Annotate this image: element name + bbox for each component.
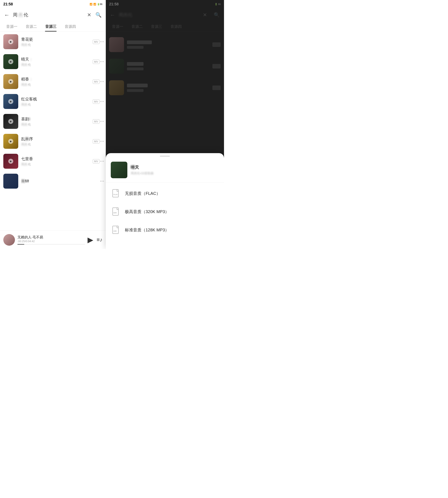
song-item-2[interactable]: ▶ 晴天： 周杰伦 MV (0, 52, 106, 72)
song-item-5[interactable]: ▶ 喜剧I 周杰伦 MV (0, 111, 106, 131)
more-button-4[interactable] (100, 101, 104, 102)
song-actions-3: MV (93, 80, 103, 84)
blurred-artist-2 (127, 67, 144, 70)
blurred-mv-1 (212, 42, 221, 47)
song-thumb-7: ▶ (3, 154, 18, 169)
blurred-artist-1 (127, 46, 144, 49)
song-info-5: 喜剧I 周杰伦 (21, 116, 90, 127)
play-overlay-3: ▶ (8, 79, 13, 84)
artist-blur-7: 周杰 (21, 163, 27, 166)
more-button-5[interactable] (100, 121, 104, 122)
song-info-3: 稻香： 周杰伦 (21, 77, 90, 87)
play-overlay-7: ▶ (8, 159, 13, 164)
more-button-8[interactable] (100, 181, 104, 182)
artist-blur-1: 周杰 (21, 43, 27, 47)
artist-blur-5: 周杰 (21, 123, 27, 127)
blurred-info-3 (127, 84, 209, 92)
song-name-1: 青花瓷 (21, 37, 90, 42)
more-button-3[interactable] (100, 81, 104, 82)
sheet-song-detail: 周杰伦·03首歌曲 (131, 171, 154, 175)
mv-badge-6[interactable]: MV (93, 139, 100, 144)
quality-flac[interactable]: FLAC 无损音质（FLAC） (106, 184, 224, 202)
player-progress-bar[interactable] (17, 244, 85, 245)
left-panel: 21:58 📶 📶 🔋86 ← 周杰伦 ✕ 🔍 音源一 音源二 音源三 音源四 … (0, 0, 106, 249)
blurred-thumb-3 (109, 80, 124, 95)
player-song-title: 无赖的人·毛不易 (17, 235, 85, 240)
flac-icon: FLAC (112, 189, 121, 198)
song-info-6: 乱舞序 周杰伦 (21, 136, 90, 147)
sheet-song-name: 晴天 (131, 165, 154, 170)
title-blur: 杰 (18, 12, 23, 18)
bottom-sheet: 晴天 周杰伦·03首歌曲 FLAC (106, 153, 224, 249)
svg-text:128K: 128K (113, 230, 117, 232)
song-thumb-2: ▶ (3, 54, 18, 69)
song-item-6[interactable]: ▶ 乱舞序 周杰伦 MV (0, 131, 106, 151)
song-name-2: 晴天： (21, 57, 90, 62)
more-button-6[interactable] (100, 141, 104, 142)
song-item-8[interactable]: 闹钟 (0, 171, 106, 191)
tab-source-3[interactable]: 音源三 (41, 22, 61, 32)
song-thumb-8 (3, 174, 18, 189)
artist-blur-2: 周杰 (21, 63, 27, 67)
tab-source-4[interactable]: 音源四 (61, 22, 80, 32)
quality-320k[interactable]: 320K 极高音质（320K MP3） (106, 202, 224, 221)
song-thumb-3: ▶ (3, 74, 18, 89)
player-bar: 无赖的人·毛不易 ·00:25/0:04:42 ▶ ≡♪ (0, 230, 106, 249)
close-icon[interactable]: ✕ (87, 12, 91, 18)
song-info-8: 闹钟 (21, 179, 99, 184)
song-actions-1: MV (93, 40, 103, 44)
song-item-7[interactable]: ▶ 七里香 周杰伦 MV (0, 151, 106, 171)
song-item-3[interactable]: ▶ 稻香： 周杰伦 MV (0, 72, 106, 92)
artist-blur-6: 周杰 (21, 143, 27, 147)
song-list: ▶ 青花瓷 周杰伦 MV ▶ 晴天： 周 (0, 32, 106, 249)
blurred-mv-3 (212, 85, 221, 90)
search-icon[interactable]: 🔍 (96, 12, 102, 18)
right-panel: 21:58 🔋 86 ← 周杰伦 ✕ 🔍 音源一 音源二 音源三 音源四 (106, 0, 224, 249)
play-pause-button[interactable]: ▶ (88, 235, 93, 244)
mv-badge-7[interactable]: MV (93, 159, 100, 164)
mv-badge-1[interactable]: MV (93, 40, 100, 44)
song-name-5: 喜剧I (21, 116, 90, 122)
more-button-7[interactable] (100, 161, 104, 162)
quality-options: FLAC 无损音质（FLAC） 320K 极高音质（320K MP3） (106, 183, 224, 241)
signal-icon: 📶 (90, 3, 93, 6)
song-artist-4: 周杰伦 (21, 103, 90, 107)
tab-source-1[interactable]: 音源一 (2, 22, 22, 32)
status-time-right: 21:58 (109, 2, 119, 6)
song-artist-5: 周杰伦 (21, 123, 90, 127)
quality-128k[interactable]: 128K 标准音质（128K MP3） (106, 221, 224, 239)
mv-badge-4[interactable]: MV (93, 100, 100, 104)
more-button-2[interactable] (100, 61, 104, 62)
blurred-name-1 (127, 40, 152, 44)
mv-badge-2[interactable]: MV (93, 60, 100, 64)
sheet-handle (160, 156, 170, 157)
back-button[interactable]: ← (4, 12, 10, 18)
tabs-row-right: 音源一 音源二 音源三 音源四 (106, 22, 224, 32)
song-actions-7: MV (93, 159, 103, 164)
queue-button[interactable]: ≡♪ (97, 236, 102, 243)
tab-right-4: 音源四 (166, 22, 186, 32)
tab-source-2[interactable]: 音源二 (22, 22, 41, 32)
sheet-song-info: 晴天 周杰伦·03首歌曲 (106, 158, 224, 183)
blurred-actions-1 (212, 42, 221, 47)
svg-text:320K: 320K (113, 212, 117, 214)
blurred-item-3 (109, 77, 221, 99)
song-item-4[interactable]: ▶ 红尘客栈 周杰伦 MV (0, 92, 106, 111)
song-item-1[interactable]: ▶ 青花瓷 周杰伦 MV (0, 32, 106, 52)
battery-right: 🔋 86 (215, 3, 221, 5)
status-bar-left: 21:58 📶 📶 🔋86 (0, 0, 106, 8)
more-button-1[interactable] (100, 41, 104, 42)
search-right: 🔍 (214, 12, 220, 18)
mv-badge-3[interactable]: MV (93, 80, 100, 84)
play-overlay-5: ▶ (8, 119, 13, 124)
player-time: ·00:25/0:04:42 (17, 240, 85, 243)
song-artist-2: 周杰伦 (21, 63, 90, 67)
song-thumb-6: ▶ (3, 134, 18, 149)
player-album-art (3, 234, 15, 246)
blurred-info-1 (127, 40, 209, 49)
mv-badge-5[interactable]: MV (93, 119, 100, 124)
song-name-4: 红尘客栈 (21, 97, 90, 102)
song-name-6: 乱舞序 (21, 136, 90, 142)
blurred-item-2 (109, 55, 221, 77)
128k-icon: 128K (112, 225, 121, 234)
